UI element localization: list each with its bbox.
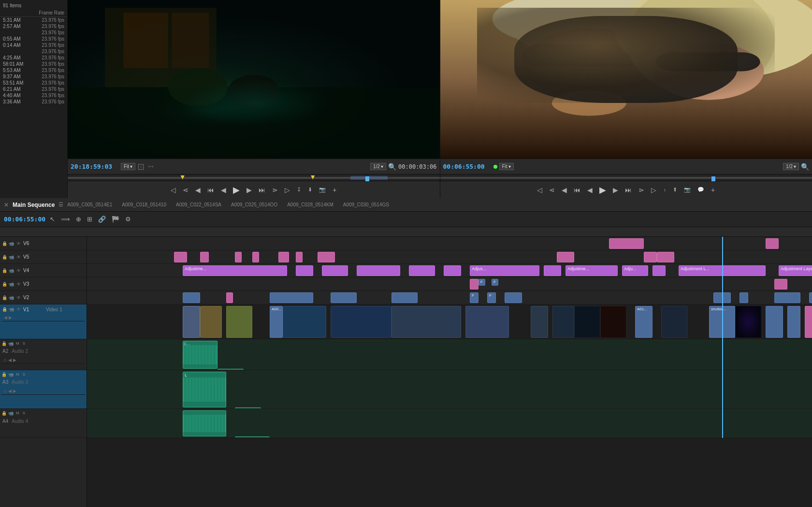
clip-tab-5[interactable]: A009_C028_0514KM — [287, 202, 334, 207]
clip-tab-4[interactable]: A009_C025_0514OO — [231, 202, 277, 207]
prog-step-back-btn[interactable]: ◀ — [560, 185, 569, 195]
v2-clip-8[interactable] — [505, 292, 522, 303]
v4-adj-3[interactable] — [322, 265, 348, 276]
source-zoom-icon[interactable]: 🔍 — [388, 163, 396, 171]
media-item-10[interactable]: 53:51 AM23.976 fps — [0, 80, 67, 86]
v1-lock-icon[interactable]: 🔒 — [2, 307, 7, 312]
a4-clip-1[interactable] — [183, 410, 226, 436]
prog-prev-edit-btn[interactable]: ⋖ — [547, 185, 557, 195]
timeline-menu-btn[interactable]: ☰ — [58, 202, 63, 208]
v2-clip-5[interactable] — [392, 292, 418, 303]
a2-lock-icon[interactable]: 🔒 — [1, 341, 7, 346]
tracks-area[interactable]: Adjustme... Adjus... Adjustme... Adju...… — [87, 237, 812, 507]
v1-clip-7[interactable] — [392, 306, 461, 338]
v1-clip-9[interactable] — [531, 306, 548, 338]
v1-next-btn[interactable]: ▶ — [9, 315, 12, 320]
source-prev-frame-btn[interactable]: ◀ — [219, 185, 228, 195]
v5-eye-icon[interactable]: 👁 — [15, 254, 22, 260]
v3-clip-1[interactable] — [470, 279, 478, 290]
snap-btn[interactable]: ⊞ — [86, 215, 94, 224]
a4-clip-2[interactable] — [235, 436, 270, 438]
v5-clip-8[interactable] — [557, 252, 574, 262]
source-fullscreen-icon[interactable]: ⊡ — [137, 161, 145, 172]
marker-btn[interactable]: 🏁 — [110, 215, 121, 224]
v4-adj-10[interactable]: Adju... — [622, 265, 648, 276]
settings-btn[interactable]: ⚙ — [124, 215, 132, 224]
v1-clip-4[interactable]: A00... — [270, 306, 283, 338]
v5-clip-1[interactable] — [174, 252, 187, 262]
v4-adj-13[interactable]: Adjustment Layer — [779, 265, 812, 276]
a3-lock-icon[interactable]: 🔒 — [1, 372, 7, 377]
v2-clip-9[interactable] — [713, 292, 731, 303]
v5-lock-icon[interactable]: 🔒 — [2, 255, 7, 260]
v1-clip-1[interactable] — [183, 306, 200, 338]
v5-clip-5[interactable] — [278, 252, 289, 262]
v5-clip-6[interactable] — [296, 252, 303, 262]
v4-adj-1[interactable]: Adjustme... — [183, 265, 287, 276]
v5-clip-7[interactable] — [318, 252, 335, 262]
a3-prev-kf-btn[interactable]: ◀ — [8, 389, 12, 393]
v4-adj-11[interactable] — [652, 265, 666, 276]
v6-eye-icon[interactable]: 👁 — [15, 241, 22, 246]
a3-s-btn[interactable]: S — [22, 372, 26, 377]
v4-adj-7[interactable]: Adjus... — [470, 265, 539, 276]
link-btn[interactable]: 🔗 — [97, 215, 107, 224]
v1-clip-10[interactable] — [552, 306, 574, 338]
v6-clip-2[interactable] — [766, 238, 779, 249]
clip-tab-6[interactable]: A009_C030_0514GS — [343, 202, 389, 207]
source-next-frame-btn[interactable]: ▶ — [245, 185, 254, 195]
v4-lock-icon[interactable]: 🔒 — [2, 268, 7, 273]
source-fit-button[interactable]: Fit — [121, 163, 135, 170]
media-item-3[interactable]: 0:55 AM23.976 fps — [0, 36, 67, 42]
source-step-back-btn[interactable]: ◀ — [193, 185, 203, 195]
source-prev-edit-btn[interactable]: ⋖ — [181, 185, 190, 195]
media-item-12[interactable]: 4:40 AM23.976 fps — [0, 92, 67, 99]
prog-add-btn[interactable]: + — [709, 185, 717, 195]
v4-eye-icon[interactable]: 👁 — [15, 268, 22, 274]
v3-lock-icon[interactable]: 🔒 — [2, 282, 7, 287]
v4-adj-5[interactable] — [409, 265, 435, 276]
a2-s-btn[interactable]: S — [22, 341, 26, 346]
v5-clip-2[interactable] — [200, 252, 209, 262]
v4-adj-4[interactable] — [357, 265, 400, 276]
prog-rewind-btn[interactable]: ⏮ — [572, 185, 582, 195]
media-item-11[interactable]: 6:21 AM23.976 fps — [0, 86, 67, 92]
v3-eye-icon[interactable]: 👁 — [15, 281, 22, 287]
v3-clip-3[interactable]: F — [492, 279, 498, 286]
source-insert-icon[interactable]: ↔ — [146, 161, 155, 172]
v1-clip-15[interactable] — [787, 306, 800, 338]
v2-clip-2[interactable] — [226, 292, 233, 303]
media-item-8[interactable]: 5:53 AM23.976 fps — [0, 67, 67, 73]
v1-clip-2[interactable] — [200, 306, 222, 338]
v4-adj-12[interactable]: Adjustment L... — [679, 265, 766, 276]
v1-clip-16[interactable] — [805, 306, 812, 338]
v1-clip-5[interactable] — [283, 306, 326, 338]
rolling-tool-btn[interactable]: ⊕ — [74, 215, 83, 224]
a4-lock-icon[interactable]: 🔒 — [1, 411, 7, 416]
clip-tab-2[interactable]: A009_C018_051410 — [122, 202, 166, 207]
source-mark-out-btn[interactable]: ▷ — [283, 185, 292, 195]
v2-clip-11[interactable] — [774, 292, 800, 303]
a4-s-btn[interactable]: S — [22, 410, 26, 416]
v5-clip-4[interactable] — [252, 252, 259, 262]
v1-clip-shutt[interactable]: shutter... — [709, 306, 735, 338]
v2-clip-3[interactable] — [270, 292, 313, 303]
v5-clip-9[interactable] — [644, 252, 657, 262]
v2-clip-10[interactable] — [740, 292, 748, 303]
clip-tab-1[interactable]: A009_C005_0514E1 — [67, 202, 112, 207]
prog-next-edit-btn[interactable]: ⋗ — [637, 185, 646, 195]
media-item-4[interactable]: 0:14 AM23.976 fps — [0, 42, 67, 48]
v1-clip-6[interactable] — [331, 306, 392, 338]
v1-clip-space[interactable] — [735, 306, 761, 338]
v3-clip-4[interactable] — [774, 279, 787, 290]
clip-tab-3[interactable]: A009_C022_0514SA — [176, 202, 221, 207]
media-item-13[interactable]: 3:36 AM23.976 fps — [0, 99, 67, 105]
a2-clip-1[interactable]: C... — [183, 341, 218, 369]
media-item-2[interactable]: 23.976 fps — [0, 29, 67, 36]
prog-speech-btn[interactable]: 💬 — [696, 186, 706, 194]
a3-next-kf-btn[interactable]: ▶ — [13, 389, 16, 393]
media-item-9[interactable]: 9:37 AM23.976 fps — [0, 73, 67, 80]
v6-clip-1[interactable] — [609, 238, 644, 249]
source-mark-in-btn[interactable]: ◁ — [169, 185, 178, 195]
prog-extract-btn[interactable]: ⬆ — [671, 186, 679, 194]
